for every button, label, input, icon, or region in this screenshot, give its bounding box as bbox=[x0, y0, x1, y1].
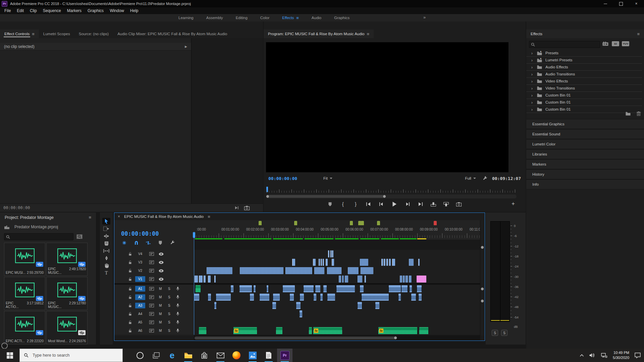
chevron-right-icon[interactable]: › bbox=[530, 93, 534, 98]
tab-program[interactable]: Program: EPIC MUSIC Fall & Rise By Atom … bbox=[264, 29, 374, 38]
menu-window[interactable]: Window bbox=[107, 8, 127, 13]
lock-icon[interactable] bbox=[128, 250, 132, 258]
panel-header-info[interactable]: Info bbox=[526, 179, 644, 189]
video-clip[interactable] bbox=[327, 267, 341, 274]
audio-clip[interactable] bbox=[208, 294, 211, 301]
voiceover-mic-icon[interactable] bbox=[176, 301, 179, 310]
insert-sequence-button[interactable] bbox=[121, 240, 127, 246]
menu-graphics[interactable]: Graphics bbox=[85, 8, 107, 13]
audio-clip[interactable] bbox=[411, 294, 416, 301]
track-target-toggle[interactable]: A4 bbox=[135, 311, 145, 317]
video-clip[interactable] bbox=[358, 276, 363, 283]
clip-name[interactable]: Most Wond... bbox=[48, 339, 68, 343]
audio-clip-green[interactable] bbox=[196, 285, 201, 292]
panel-menu-icon[interactable]: ≡ bbox=[32, 32, 35, 36]
clock[interactable]: 10:49 PM 5/30/2020 bbox=[613, 350, 629, 360]
taskbar-cortana-button[interactable] bbox=[132, 349, 148, 362]
add-marker-button[interactable] bbox=[327, 201, 333, 207]
scrollbar-knob-left[interactable] bbox=[266, 195, 269, 198]
close-sequence-icon[interactable]: × bbox=[118, 214, 120, 219]
track-target-toggle[interactable]: A5 bbox=[135, 319, 145, 325]
project-clip[interactable]: Most Wond...2:24:29376 bbox=[46, 311, 88, 344]
audio-clip[interactable] bbox=[273, 294, 280, 301]
panel-menu-icon[interactable]: ≡ bbox=[208, 215, 210, 219]
workspace-tab-assembly[interactable]: Assembly bbox=[202, 16, 227, 20]
action-center-icon[interactable] bbox=[635, 353, 641, 358]
video-clip[interactable] bbox=[360, 259, 368, 266]
mute-button[interactable]: M bbox=[159, 318, 162, 326]
clip-name[interactable]: EPIC MUSI... bbox=[6, 271, 25, 275]
go-to-in-button[interactable] bbox=[366, 201, 371, 207]
tool-slip[interactable] bbox=[102, 247, 110, 254]
effects-bin-custom-bin-01[interactable]: ›Custom Bin 01 bbox=[526, 106, 642, 113]
sequence-marker-green[interactable] bbox=[361, 221, 364, 225]
panel-menu-icon[interactable]: ≡ bbox=[367, 32, 370, 36]
sync-lock-icon[interactable] bbox=[149, 301, 154, 310]
mark-in-button[interactable]: { bbox=[340, 201, 346, 207]
video-clip[interactable] bbox=[348, 267, 359, 274]
solo-button[interactable]: S bbox=[168, 285, 170, 293]
timeline-settings-button[interactable] bbox=[169, 240, 175, 246]
solo-button[interactable]: S bbox=[168, 310, 170, 318]
audio-clip[interactable] bbox=[231, 285, 233, 292]
panel-header-lumetri-color[interactable]: Lumetri Color bbox=[526, 139, 644, 149]
delete-button[interactable] bbox=[637, 111, 641, 116]
sync-lock-icon[interactable] bbox=[149, 318, 154, 326]
zoom-level-select[interactable]: Fit bbox=[321, 176, 334, 181]
audio-clip-green[interactable] bbox=[276, 327, 282, 334]
tool-ripple-edit[interactable] bbox=[102, 233, 110, 239]
program-time-ruler[interactable] bbox=[267, 187, 517, 193]
effects-bin-custom-bin-01[interactable]: ›Custom Bin 01 bbox=[526, 99, 642, 106]
video-clip[interactable] bbox=[345, 276, 348, 283]
track-lane-v1[interactable] bbox=[194, 275, 480, 284]
effects-bin-custom-bin-01[interactable]: ›Custom Bin 01 bbox=[526, 92, 642, 99]
mute-button[interactable]: M bbox=[159, 301, 162, 310]
chevron-right-icon[interactable]: › bbox=[530, 65, 534, 70]
project-clip[interactable]: EPIC ACTIO...3:17:16812 bbox=[4, 277, 45, 310]
audio-clip[interactable] bbox=[254, 285, 256, 292]
track-lane-a1[interactable] bbox=[194, 285, 480, 293]
timeline-timecode[interactable]: 00:00:00:00 bbox=[121, 230, 159, 237]
tab-audio-clip-mixer-epic-music-fall-rise-by-atom-music-audio[interactable]: Audio Clip Mixer: EPIC MUSIC Fall & Rise… bbox=[113, 29, 231, 38]
tool-type[interactable]: T bbox=[102, 269, 110, 276]
find-in-project-button[interactable] bbox=[75, 233, 84, 240]
mark-out-button[interactable]: } bbox=[353, 201, 359, 207]
audio-clip[interactable] bbox=[410, 285, 412, 292]
video-clip[interactable] bbox=[314, 267, 325, 274]
video-clip[interactable] bbox=[365, 276, 366, 283]
video-clip[interactable] bbox=[208, 276, 211, 283]
playback-resolution-select[interactable]: Full bbox=[463, 176, 478, 181]
audio-clip-green[interactable] bbox=[309, 327, 312, 334]
panel-header-history[interactable]: History bbox=[526, 169, 644, 179]
network-icon[interactable] bbox=[601, 353, 607, 358]
horizontal-scrollbar-thumb[interactable] bbox=[195, 337, 396, 340]
video-clip[interactable] bbox=[409, 259, 414, 266]
mute-button[interactable]: M bbox=[159, 293, 162, 301]
audio-clip[interactable] bbox=[290, 294, 294, 301]
panel-header-libraries[interactable]: Libraries bbox=[526, 149, 644, 159]
effects-bin-audio-transitions[interactable]: ›Audio Transitions bbox=[526, 71, 642, 78]
solo-button[interactable]: S bbox=[168, 293, 170, 301]
track-lane-a2[interactable] bbox=[194, 293, 480, 302]
minimize-button[interactable] bbox=[598, 0, 613, 7]
video-clip[interactable] bbox=[384, 259, 385, 266]
track-lane-v2[interactable] bbox=[194, 266, 480, 275]
sync-lock-icon[interactable] bbox=[149, 275, 154, 283]
video-clip[interactable] bbox=[332, 250, 333, 257]
video-clip[interactable] bbox=[321, 259, 322, 266]
solo-button[interactable]: S bbox=[168, 318, 170, 326]
clip-name[interactable]: EPIC MUSIC... bbox=[48, 267, 69, 275]
taskbar-notepad-button[interactable] bbox=[261, 349, 276, 362]
sequence-marker-green[interactable] bbox=[377, 221, 380, 225]
effects-bin-audio-effects[interactable]: ›Audio Effects bbox=[526, 64, 642, 71]
lock-icon[interactable] bbox=[128, 275, 132, 283]
effects-bin-presets[interactable]: ›★Presets bbox=[526, 50, 642, 57]
audio-clip[interactable] bbox=[250, 294, 254, 301]
tool-pen[interactable] bbox=[102, 255, 110, 261]
video-clip[interactable] bbox=[406, 276, 408, 283]
maximize-button[interactable] bbox=[613, 0, 629, 7]
voiceover-mic-icon[interactable] bbox=[176, 310, 179, 318]
sequence-marker-green[interactable] bbox=[350, 221, 353, 225]
lock-icon[interactable] bbox=[128, 310, 132, 318]
audio-clip[interactable] bbox=[296, 302, 301, 309]
